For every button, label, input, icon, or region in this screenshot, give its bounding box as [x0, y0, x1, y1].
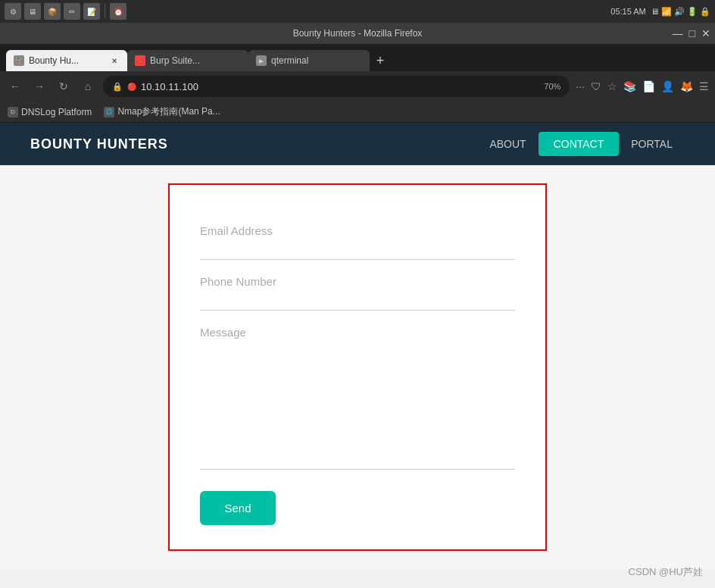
taskbar-icon-2[interactable]: 🖥	[24, 3, 41, 20]
bookmark-dnslog[interactable]: D DNSLog Platform	[8, 107, 92, 117]
phone-field-wrapper: Phone Number	[200, 260, 515, 311]
email-label: Email Address	[200, 224, 515, 237]
window-controls[interactable]: — □ ✕	[673, 27, 710, 39]
clock: 05:15 AM	[610, 7, 645, 16]
bookmark-nmap[interactable]: 🌐 Nmap参考指南(Man Pa...	[104, 105, 220, 118]
more-options-icon[interactable]: ···	[576, 80, 585, 92]
taskbar: ⚙ 🖥 📦 ✏ 📝 ⏰ 05:15 AM 🖥 📶 🔊 🔋 🔒	[0, 0, 715, 23]
phone-label: Phone Number	[200, 275, 515, 288]
watermark: CSDN @HU芦娃	[629, 565, 703, 579]
bookmark-icon[interactable]: 📚	[623, 80, 636, 92]
taskbar-divider-1	[105, 4, 105, 19]
tab-close-bounty[interactable]: ✕	[109, 55, 120, 66]
send-button[interactable]: Send	[200, 491, 276, 525]
taskbar-icon-1[interactable]: ⚙	[5, 3, 21, 20]
message-input[interactable]	[200, 339, 515, 460]
bookmark-label-nmap: Nmap参考指南(Man Pa...	[117, 105, 220, 118]
nav-extra-icons: ··· 🛡 ☆ 📚 📄 👤 🦊 ☰	[576, 80, 709, 92]
taskbar-right: 05:15 AM 🖥 📶 🔊 🔋 🔒	[610, 7, 710, 17]
tab-label-qterm: qterminal	[271, 55, 308, 66]
back-button[interactable]: ←	[6, 77, 24, 95]
tab-bounty-hunters[interactable]: 🏹 Bounty Hu... ✕	[6, 50, 127, 71]
titlebar: Bounty Hunters - Mozilla Firefox — □ ✕	[0, 23, 715, 44]
zoom-level: 70%	[544, 82, 560, 91]
message-field-wrapper: Message	[200, 311, 515, 470]
site-logo: BOUNTY HUNTERS	[30, 136, 168, 152]
phone-input[interactable]	[200, 288, 515, 301]
taskbar-icon-6[interactable]: ⏰	[110, 3, 126, 20]
extension-icon: 🦊	[680, 80, 693, 92]
tab-label-bounty: Bounty Hu...	[29, 55, 79, 66]
tab-qterminal[interactable]: ▶ qterminal	[248, 50, 370, 71]
menu-icon[interactable]: ☰	[699, 80, 709, 92]
nav-link-contact[interactable]: CONTACT	[539, 132, 620, 156]
nav-link-about[interactable]: ABOUT	[477, 132, 538, 156]
taskbar-icon-5[interactable]: 📝	[83, 3, 100, 20]
close-button[interactable]: ✕	[701, 27, 710, 39]
nav-bar: ← → ↻ ⌂ 🔒 🔴 10.10.11.100 70% ··· 🛡 ☆ 📚 📄…	[0, 71, 715, 102]
tab-favicon-burp: 🔴	[135, 55, 145, 66]
profile-icon[interactable]: 👤	[661, 80, 674, 92]
maximize-button[interactable]: □	[689, 27, 695, 39]
forward-button[interactable]: →	[30, 77, 48, 95]
site-nav-links: ABOUT CONTACT PORTAL	[477, 132, 685, 156]
bookmark-label-dns: DNSLog Platform	[21, 107, 92, 117]
reader-icon[interactable]: 📄	[642, 80, 655, 92]
shield-icon: 🛡	[591, 80, 601, 92]
tab-label-burp: Burp Suite...	[150, 55, 200, 66]
window-title: Bounty Hunters - Mozilla Firefox	[293, 28, 423, 39]
bookmarks-bar: D DNSLog Platform 🌐 Nmap参考指南(Man Pa...	[0, 102, 715, 123]
site-nav: BOUNTY HUNTERS ABOUT CONTACT PORTAL	[0, 123, 715, 165]
url-display[interactable]: 10.10.11.100	[141, 81, 539, 92]
nav-link-portal[interactable]: PORTAL	[619, 132, 685, 156]
home-button[interactable]: ⌂	[79, 77, 97, 95]
browser-chrome: 🏹 Bounty Hu... ✕ 🔴 Burp Suite... ▶ qterm…	[0, 44, 715, 123]
reload-button[interactable]: ↻	[55, 77, 73, 95]
new-tab-button[interactable]: +	[370, 50, 391, 71]
address-bar[interactable]: 🔒 🔴 10.10.11.100 70%	[103, 76, 570, 97]
taskbar-icon-4[interactable]: ✏	[64, 3, 80, 20]
email-field-wrapper: Email Address	[200, 209, 515, 260]
webpage: BOUNTY HUNTERS ABOUT CONTACT PORTAL Emai…	[0, 123, 715, 569]
star-icon[interactable]: ☆	[607, 80, 617, 92]
tab-burp[interactable]: 🔴 Burp Suite...	[127, 50, 248, 71]
tab-favicon-bounty: 🏹	[14, 55, 24, 66]
contact-form: Email Address Phone Number Message Send	[168, 183, 547, 551]
taskbar-icon-3[interactable]: 📦	[44, 3, 61, 20]
tab-bar: 🏹 Bounty Hu... ✕ 🔴 Burp Suite... ▶ qterm…	[0, 44, 715, 71]
taskbar-icons-right: 🖥 📶 🔊 🔋 🔒	[651, 7, 710, 17]
site-favicon: 🔴	[127, 83, 136, 91]
page-content: Email Address Phone Number Message Send	[0, 165, 715, 569]
email-input[interactable]	[200, 237, 515, 250]
tab-favicon-qterm: ▶	[256, 55, 267, 66]
bookmark-favicon-nmap: 🌐	[104, 107, 114, 117]
message-label: Message	[200, 326, 515, 339]
minimize-button[interactable]: —	[673, 27, 683, 39]
bookmark-favicon-dns: D	[8, 107, 18, 117]
security-icon: 🔒	[112, 82, 123, 92]
